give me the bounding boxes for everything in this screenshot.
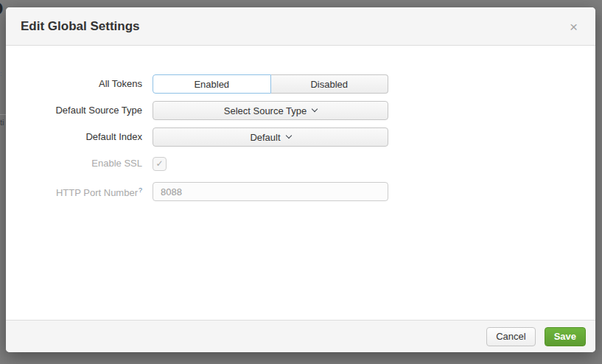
enable-ssl-row: Enable SSL ✓ — [6, 154, 595, 173]
dialog-title: Edit Global Settings — [21, 19, 140, 34]
close-icon[interactable]: × — [565, 18, 582, 35]
dialog-body: All Tokens Enabled Disabled Default Sour… — [6, 46, 595, 203]
default-index-label: Default Index — [6, 127, 142, 147]
checkmark-icon: ✓ — [155, 159, 163, 168]
chevron-down-icon — [312, 106, 318, 112]
enable-ssl-checkbox: ✓ — [153, 157, 167, 171]
default-index-row: Default Index Default — [6, 127, 595, 147]
all-tokens-enabled-button[interactable]: Enabled — [153, 74, 271, 94]
edit-global-settings-dialog: Edit Global Settings × All Tokens Enable… — [6, 7, 595, 352]
dialog-header: Edit Global Settings × — [6, 7, 595, 46]
http-port-row: HTTP Port Number? — [6, 181, 595, 203]
default-index-value: Default — [250, 132, 280, 143]
dialog-footer: Cancel Save — [6, 320, 595, 352]
save-button[interactable]: Save — [545, 327, 586, 346]
default-source-type-row: Default Source Type Select Source Type — [6, 101, 595, 120]
default-source-type-dropdown[interactable]: Select Source Type — [153, 101, 388, 120]
all-tokens-toggle: Enabled Disabled — [153, 74, 388, 94]
all-tokens-label: All Tokens — [6, 74, 142, 94]
http-port-input — [153, 182, 388, 201]
background-text-fragment: ti — [0, 118, 4, 127]
chevron-down-icon — [285, 133, 291, 139]
cancel-button[interactable]: Cancel — [486, 327, 535, 346]
help-icon: ? — [139, 186, 142, 194]
http-port-label: HTTP Port Number? — [6, 181, 142, 203]
default-index-dropdown[interactable]: Default — [153, 127, 388, 147]
default-source-type-value: Select Source Type — [224, 105, 307, 116]
enable-ssl-label: Enable SSL — [6, 154, 142, 173]
default-source-type-label: Default Source Type — [6, 101, 142, 120]
all-tokens-disabled-button[interactable]: Disabled — [271, 74, 389, 94]
all-tokens-row: All Tokens Enabled Disabled — [6, 74, 595, 94]
